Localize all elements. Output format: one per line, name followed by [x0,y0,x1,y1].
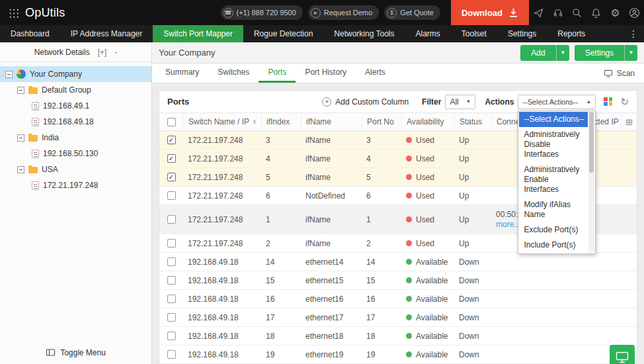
tree-item-india[interactable]: India [0,130,151,146]
cell-ifindex: 6 [261,191,301,201]
user-avatar-icon[interactable] [625,0,644,25]
column-chooser-icon[interactable]: ⊞ [625,117,633,127]
row-checkbox[interactable] [167,332,176,340]
nav-item-dashboard[interactable]: Dashboard [0,25,60,42]
cell-availability: Available [401,332,454,341]
row-checkbox[interactable] [167,215,176,224]
settings-button[interactable]: Settings ▼ [575,45,637,61]
collapse-all-button[interactable]: - [114,48,117,57]
menu-item-modify-ifalias-name[interactable]: Modify ifAlias Name [519,197,588,222]
col-header-status[interactable]: Status [454,113,491,130]
notifications-bell-icon[interactable] [586,0,606,25]
nav-overflow-menu-icon[interactable]: ⋮ [623,25,644,42]
cell-port-no: 4 [362,154,401,163]
settings-caret-icon[interactable]: ▼ [624,45,637,61]
tree-item-172-21-197-248[interactable]: 172.21.197.248 [0,177,151,193]
tree-expander-icon[interactable] [17,134,24,142]
tree-expander-icon[interactable] [17,166,24,173]
nav-item-alarms[interactable]: Alarms [405,25,451,42]
col-header-availability[interactable]: Availability [401,113,454,130]
get-quote-pill[interactable]: $ Get Quote [384,5,440,20]
row-checkbox[interactable] [167,295,176,303]
row-checkbox[interactable]: ✓ [167,136,176,144]
sort-icon[interactable]: ▲▼ [253,119,257,124]
availability-label: Available [416,332,448,341]
request-demo-pill[interactable]: ▸ Request Demo [308,5,379,20]
support-headset-icon[interactable] [548,0,567,25]
nav-item-rogue-detection[interactable]: Rogue Detection [243,25,323,42]
col-header-port-no[interactable]: Port No [362,113,401,130]
table-row[interactable]: 192.168.49.1818ethernet1818AvailableDown [159,327,637,345]
tab-ports[interactable]: Ports [259,64,296,83]
availability-dot [406,351,412,357]
col-header-ifname[interactable]: ifName [301,113,362,130]
menu-item-exclude-port-s[interactable]: Exclude Port(s) [519,222,588,238]
tab-alerts[interactable]: Alerts [356,64,395,83]
tree-item-your-company[interactable]: Your Company [0,66,151,82]
row-checkbox[interactable] [167,239,176,248]
table-row[interactable]: 192.168.49.1819ethernet1919AvailableDown [159,345,637,364]
table-row[interactable]: 192.168.49.1817ethernet1717AvailableDown [159,308,637,327]
cell-status: Up [454,154,491,163]
tree-expander-icon[interactable] [17,87,24,94]
group-title: Your Company [159,48,515,58]
live-chat-button[interactable] [610,345,635,364]
tab-summary[interactable]: Summary [156,64,208,83]
app-grid-icon[interactable] [8,7,19,18]
row-checkbox[interactable]: ✓ [167,154,176,163]
select-all-checkbox[interactable] [167,118,176,126]
table-row[interactable]: 192.168.49.1816ethernet1616AvailableDown [159,290,637,308]
menu-item-select-actions[interactable]: --Select Actions-- [519,112,588,127]
table-row[interactable]: 192.168.49.1814ethernet1414AvailableDown [159,253,637,271]
phone-pill[interactable]: ☎ (+1) 888 720 9500 [221,5,303,20]
nav-item-networking-tools[interactable]: Networking Tools [323,25,405,42]
toggle-menu-button[interactable]: Toggle Menu [0,341,151,364]
nav-item-toolset[interactable]: Toolset [451,25,497,42]
view-switch-grid-icon[interactable] [604,97,612,106]
row-checkbox[interactable] [167,191,176,200]
add-custom-column-button[interactable]: + Add Custom Column [322,97,409,107]
more-link[interactable]: more... [496,220,520,230]
row-checkbox[interactable]: ✓ [167,173,176,181]
col-header-ifindex[interactable]: ifIndex [261,113,301,130]
cell-availability: Available [401,313,454,322]
menu-item-administratively-enable-interfaces[interactable]: Administratively Enable Interfaces [519,162,588,197]
tree-item-usa[interactable]: USA [0,161,151,177]
cell-ifindex: 3 [261,136,301,145]
device-icon [32,118,39,126]
actions-select[interactable]: --Select Actions-- ▲ [518,95,596,109]
row-checkbox[interactable] [167,313,176,322]
tree-item-default-group[interactable]: Default Group [0,82,151,98]
tab-switches[interactable]: Switches [208,64,259,83]
tree-expander-icon[interactable] [5,71,13,78]
gear-icon[interactable]: ⚙ [606,0,625,25]
menu-scrollbar-thumb[interactable] [589,112,594,173]
cell-switch-ip: 172.21.197.248 [183,136,261,145]
nav-item-settings[interactable]: Settings [497,25,547,42]
cell-ifname: ifName [301,173,362,182]
tree-item-192-168-49-1[interactable]: 192.168.49.1 [0,98,151,114]
nav-item-switch-port-mapper[interactable]: Switch Port Mapper [153,25,243,42]
download-button[interactable]: Download [451,0,529,25]
expand-all-button[interactable]: [+] [98,48,107,57]
search-icon[interactable] [567,0,586,25]
tree-item-192-168-49-18[interactable]: 192.168.49.18 [0,114,151,130]
table-row[interactable]: 192.168.49.1815ethernet1515AvailableDown [159,271,637,290]
tab-port-history[interactable]: Port History [296,64,356,83]
row-checkbox[interactable] [167,257,176,266]
col-header-switch-name-ip[interactable]: Switch Name / IP▲▼ [183,113,261,130]
scan-button[interactable]: Scan [594,64,644,83]
menu-scrollbar[interactable] [588,112,594,253]
filter-select[interactable]: All ▼ [445,95,475,109]
menu-item-administratively-disable-interfaces[interactable]: Administratively Disable Interfaces [519,127,588,162]
add-caret-icon[interactable]: ▼ [556,45,569,61]
row-checkbox[interactable] [167,350,176,359]
add-button[interactable]: Add ▼ [520,45,569,61]
send-icon[interactable] [529,0,548,25]
row-checkbox[interactable] [167,276,176,285]
menu-item-include-port-s[interactable]: Include Port(s) [519,238,588,253]
nav-item-ip-address-manager[interactable]: IP Address Manager [60,25,153,42]
nav-item-reports[interactable]: Reports [547,25,596,42]
tree-item-192-168-50-130[interactable]: 192.168.50.130 [0,146,151,161]
refresh-icon[interactable]: ↻ [620,97,629,107]
